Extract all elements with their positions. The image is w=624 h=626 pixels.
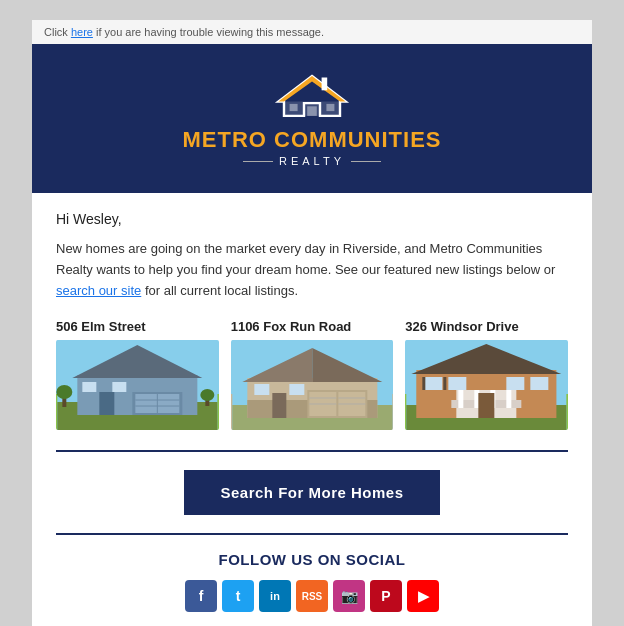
svg-rect-17 — [82, 382, 96, 392]
svg-rect-54 — [531, 377, 549, 390]
svg-rect-4 — [307, 106, 317, 116]
instagram-icon[interactable]: 📷 — [333, 580, 365, 612]
social-title: FOLLOW US ON SOCIAL — [56, 551, 568, 568]
listing-image-2[interactable] — [231, 340, 394, 430]
email-wrapper: Click here if you are having trouble vie… — [32, 20, 592, 626]
search-homes-button[interactable]: Search For More Homes — [184, 470, 439, 515]
brand-name: METRO COMMUNITIES — [183, 127, 442, 153]
svg-point-22 — [200, 389, 214, 401]
body-text: New homes are going on the market every … — [56, 239, 568, 301]
listing-image-1[interactable] — [56, 340, 219, 430]
svg-rect-36 — [272, 393, 286, 418]
brand-sub-line-left — [243, 161, 273, 162]
twitter-icon[interactable]: t — [222, 580, 254, 612]
svg-point-20 — [56, 385, 72, 399]
house-2-svg — [231, 340, 394, 430]
linkedin-icon[interactable]: in — [259, 580, 291, 612]
search-site-link[interactable]: search our site — [56, 283, 141, 298]
house-3-svg — [405, 340, 568, 430]
svg-rect-53 — [507, 377, 525, 390]
body-text-part2: for all current local listings. — [141, 283, 298, 298]
brand-sub-text: REALTY — [279, 155, 345, 167]
listing-item-1: 506 Elm Street — [56, 319, 219, 430]
svg-rect-50 — [479, 393, 495, 418]
body-text-part1: New homes are going on the market every … — [56, 241, 555, 277]
youtube-icon[interactable]: ▶ — [407, 580, 439, 612]
brand-sub-line-right — [351, 161, 381, 162]
divider-top — [56, 450, 568, 452]
logo-house-svg — [272, 68, 352, 123]
svg-rect-52 — [449, 377, 467, 390]
pinterest-icon[interactable]: P — [370, 580, 402, 612]
svg-rect-38 — [289, 384, 304, 395]
listing-title-1: 506 Elm Street — [56, 319, 219, 334]
main-content: Hi Wesley, New homes are going on the ma… — [32, 193, 592, 626]
social-section: FOLLOW US ON SOCIAL f t in RSS 📷 P ▶ — [56, 551, 568, 612]
top-bar-text1: Click — [44, 26, 71, 38]
social-icons-container: f t in RSS 📷 P ▶ — [56, 580, 568, 612]
svg-rect-56 — [444, 377, 447, 390]
divider-bottom — [56, 533, 568, 535]
greeting-text: Hi Wesley, — [56, 211, 568, 227]
listings-container: 506 Elm Street — [56, 319, 568, 430]
svg-rect-49 — [507, 390, 512, 408]
svg-rect-37 — [254, 384, 269, 395]
svg-rect-46 — [459, 390, 464, 408]
svg-rect-2 — [322, 78, 328, 91]
top-bar-text2: if you are having trouble viewing this m… — [93, 26, 324, 38]
rss-icon[interactable]: RSS — [296, 580, 328, 612]
listing-image-3[interactable] — [405, 340, 568, 430]
header-banner: METRO COMMUNITIES REALTY — [32, 44, 592, 193]
cta-section: Search For More Homes — [56, 470, 568, 515]
svg-rect-6 — [326, 104, 334, 111]
svg-rect-16 — [99, 392, 114, 415]
listing-title-2: 1106 Fox Run Road — [231, 319, 394, 334]
svg-rect-51 — [425, 377, 443, 390]
svg-rect-55 — [423, 377, 426, 390]
house-1-svg — [56, 340, 219, 430]
listing-item-2: 1106 Fox Run Road — [231, 319, 394, 430]
top-bar: Click here if you are having trouble vie… — [32, 20, 592, 44]
svg-marker-1 — [278, 76, 345, 102]
brand-sub: REALTY — [183, 155, 442, 167]
svg-rect-18 — [112, 382, 126, 392]
top-bar-link[interactable]: here — [71, 26, 93, 38]
listing-title-3: 326 Windsor Drive — [405, 319, 568, 334]
svg-rect-5 — [290, 104, 298, 111]
logo-icon: METRO COMMUNITIES REALTY — [183, 68, 442, 167]
listing-item-3: 326 Windsor Drive — [405, 319, 568, 430]
facebook-icon[interactable]: f — [185, 580, 217, 612]
